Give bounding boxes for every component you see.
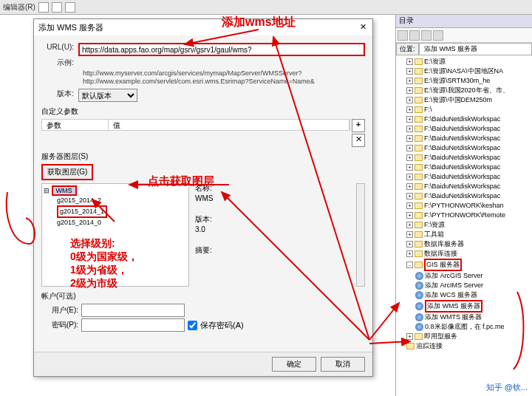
expand-icon[interactable]: + [406,333,413,340]
layer-item[interactable]: g2015_2014_2 [57,196,187,205]
user-input[interactable] [81,304,185,317]
tree-root-wms[interactable]: WMS [52,185,77,196]
tree-item[interactable]: F:\资源 [424,220,446,230]
tree-item[interactable]: F:\BaiduNetdiskWorkspac [424,153,500,163]
folder-icon [415,106,423,113]
catalog-tree[interactable]: +E:\资源+E:\资源\NASA\中国地区NA+E:\资源\SRTM30m_h… [396,55,532,396]
folder-icon [415,58,423,65]
expand-icon[interactable]: + [406,154,413,161]
remove-param-button[interactable]: ✕ [352,134,365,147]
gis-servers-node[interactable]: GIS 服务器 [424,259,462,271]
save-password-checkbox[interactable] [188,321,197,330]
expand-icon[interactable]: + [406,87,413,94]
folder-icon [415,222,423,228]
catalog-header: 目录 [396,15,532,28]
folder-icon [415,135,423,142]
tab-position[interactable]: 位置: [396,43,419,55]
tree-item[interactable]: F:\PYTHONWORK\Remote [424,211,505,220]
get-layers-button[interactable]: 获取图层(G) [41,164,93,180]
tree-item[interactable]: E:\资源\我国2020年省、市、 [424,86,509,95]
menu-editor[interactable]: 编辑器(R) [3,2,35,13]
custom-params-header: 自定义参数 [41,106,365,117]
expand-icon[interactable]: ⊟ [44,187,50,194]
tool-icon[interactable] [38,2,49,13]
scrollbar[interactable] [356,183,365,287]
catalog-tabs: 位置: 添加 WMS 服务器 [396,43,532,55]
expand-icon[interactable]: + [406,183,413,190]
ok-button[interactable]: 确定 [272,357,316,372]
expand-icon[interactable]: + [406,68,413,75]
tree-item[interactable]: F:\BaiduNetdiskWorkspac [424,172,500,182]
expand-icon[interactable]: + [406,78,413,84]
tree-item[interactable]: F:\ [424,105,432,115]
password-input[interactable] [81,318,185,332]
up-icon[interactable] [421,30,432,41]
tool-icon[interactable] [65,2,75,13]
expand-icon[interactable]: + [406,145,413,151]
dialog-titlebar: 添加 WMS 服务器 ✕ [34,19,372,35]
expand-icon[interactable]: + [406,106,413,113]
expand-icon[interactable]: + [406,231,413,238]
expand-icon[interactable]: - [406,262,413,268]
tree-item[interactable]: F:\BaiduNetdiskWorkspac [424,191,500,201]
expand-icon[interactable]: + [406,126,413,132]
tree-item[interactable]: E:\资源\NASA\中国地区NA [424,66,503,76]
url-input[interactable] [78,43,365,56]
url-label: URL(U): [41,43,78,51]
tree-item[interactable]: E:\资源\中国DEM250m [424,95,492,105]
tree-item[interactable]: F:\BaiduNetdiskWorkspac [424,124,500,134]
expand-icon[interactable]: + [406,135,413,142]
tree-item[interactable]: F:\BaiduNetdiskWorkspac [424,115,500,124]
user-label: 用户(E): [41,305,78,315]
main-area: 添加 WMS 服务器 ✕ URL(U): 示例: http://www.myse… [0,15,532,396]
example-label: 示例: [41,58,78,68]
home-icon[interactable] [433,30,443,41]
tree-item[interactable]: E:\资源\SRTM30m_he [424,76,490,86]
tree-item[interactable]: F:\BaiduNetdiskWorkspac [424,163,500,172]
tree-item[interactable]: F:\PYTHONWORK\keshan [424,201,504,211]
tool-icon[interactable] [52,2,62,13]
expand-icon[interactable]: + [406,97,413,103]
add-wms-node[interactable]: 添加 WMS 服务器 [425,300,482,313]
layer-item-selected[interactable]: g2015_2014_1 [57,205,107,218]
tree-item[interactable]: F:\BaiduNetdiskWorkspac [424,134,500,143]
layer-item[interactable]: g2015_2014_0 [57,218,187,228]
tab-add-wms[interactable]: 添加 WMS 服务器 [419,43,532,55]
expand-icon[interactable]: + [406,202,413,209]
close-icon[interactable]: ✕ [358,22,368,33]
tree-item[interactable]: F:\BaiduNetdiskWorkspac [424,182,500,191]
param-col-value: 值 [109,120,349,130]
folder-icon [415,154,423,161]
dialog-title: 添加 WMS 服务器 [38,22,103,33]
catalog-toolbar [396,28,532,43]
example-text-1: http://www.myserver.com/arcgis/services/… [83,69,365,78]
tree-item[interactable]: F:\BaiduNetdiskWorkspac [424,143,500,153]
folder-icon [415,250,423,257]
folder-icon [415,126,423,132]
add-param-button[interactable]: + [352,119,365,132]
map-canvas: 添加 WMS 服务器 ✕ URL(U): 示例: http://www.myse… [0,15,395,396]
example-text-2: http://www.example.com/servlet/com.esri.… [83,78,365,86]
expand-icon[interactable]: + [406,58,413,65]
expand-icon[interactable]: + [406,241,413,248]
globe-icon [415,313,423,321]
tree-item[interactable]: E:\资源 [424,57,446,66]
folder-icon [415,333,423,340]
cancel-button[interactable]: 取消 [321,357,365,372]
fwd-icon[interactable] [409,30,420,41]
expand-icon[interactable]: + [406,116,413,123]
version-label: 版本: [41,89,78,99]
password-label: 密码(P): [41,320,78,330]
expand-icon[interactable]: + [406,222,413,228]
version-select[interactable]: 默认版本 [78,89,137,102]
expand-icon[interactable]: + [406,193,413,199]
expand-icon[interactable]: + [406,212,413,219]
globe-icon [415,272,423,280]
account-header: 帐户(可选) [41,291,365,301]
expand-icon[interactable]: + [406,174,413,180]
layers-tree[interactable]: ⊟ WMS g2015_2014_2 g2015_2014_1 g2015_20… [41,183,189,287]
folder-icon [415,212,423,219]
back-icon[interactable] [398,30,408,41]
expand-icon[interactable]: + [406,164,413,171]
expand-icon[interactable]: + [406,250,413,257]
